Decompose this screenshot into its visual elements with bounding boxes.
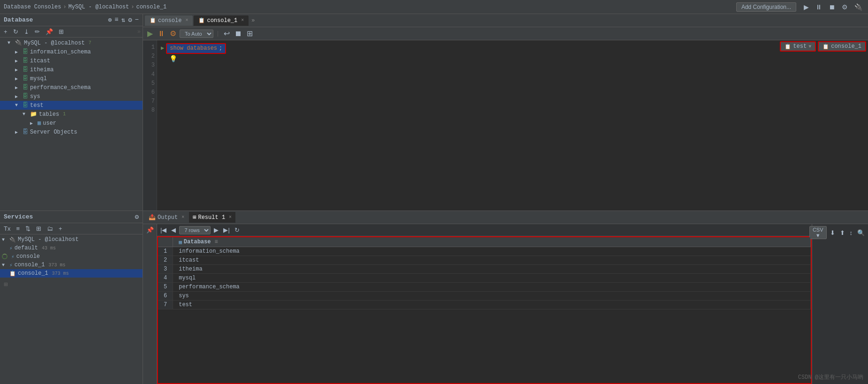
db-itheima-label: itheima <box>30 67 53 73</box>
last-page-btn[interactable]: ▶| <box>222 226 231 234</box>
run-query-button[interactable]: ▶ <box>146 29 154 38</box>
add-configuration-button[interactable]: Add Configuration... <box>736 2 796 12</box>
results-table: ▦ Database ≡ 1 information_schema 2 itca… <box>158 237 811 309</box>
export-row: CSV ▼ ⬇ ⬆ ↕ 🔍 <box>814 226 866 239</box>
pin-db-button[interactable]: 📌 <box>44 27 55 36</box>
pause-icon-top[interactable]: ⏸ <box>814 2 824 12</box>
svc-bottom-icon[interactable]: ⊞ <box>0 279 143 289</box>
db-itcast-icon: 🗄 <box>23 57 28 64</box>
refresh-results-btn[interactable]: ↻ <box>233 226 241 234</box>
upload-btn[interactable]: ⬆ <box>838 229 846 237</box>
breadcrumb-console1[interactable]: console_1 <box>136 4 166 10</box>
pin-results-btn[interactable]: 📌 <box>145 226 155 234</box>
svc-mysql-root[interactable]: ▼ 🔌 MySQL - @localhost <box>0 235 143 244</box>
top-toolbar-icons: ▶ ⏸ ⏹ ⚙ 🔌 <box>802 2 864 12</box>
output-tab-icon: 📤 <box>149 214 156 221</box>
services-tx-btn[interactable]: Tx <box>2 224 12 233</box>
session-test-tab[interactable]: 📋 test ▼ <box>780 41 816 52</box>
col-sort-icon[interactable]: ≡ <box>214 239 218 245</box>
tree-mysql-db[interactable]: ▶ 🗄 mysql <box>0 74 143 83</box>
run-icon-top[interactable]: ▶ <box>802 2 811 12</box>
breadcrumb-mysql[interactable]: MySQL - @localhost <box>68 4 129 10</box>
config-query-button[interactable]: ⚙ <box>168 29 178 38</box>
tree-performance-schema[interactable]: ▶ 🗄 performance_schema <box>0 83 143 92</box>
prev-page-btn[interactable]: ◀ <box>170 226 177 234</box>
tab-console1[interactable]: 📋 console_1 × <box>194 15 249 26</box>
zoom-btn[interactable]: 🔍 <box>856 229 866 237</box>
more-tabs-btn[interactable]: » <box>251 17 255 24</box>
tree-sys[interactable]: ▶ 🗄 sys <box>0 92 143 101</box>
stop-icon-top[interactable]: ⏹ <box>827 2 837 12</box>
output-tab[interactable]: 📤 Output × <box>145 212 188 223</box>
services-list-btn[interactable]: ≡ <box>14 224 22 233</box>
console-tab-close[interactable]: × <box>185 18 188 23</box>
services-grid-btn[interactable]: ⊞ <box>34 224 43 233</box>
folder-tables-icon: 📁 <box>30 111 37 118</box>
services-toolbar: Tx ≡ ⇅ ⊞ 🗂 + <box>0 223 143 234</box>
code-editor[interactable]: 1 2 3 4 5 6 7 8 ▶ show databases ; 💡 <box>143 40 868 211</box>
pause-exec-button[interactable]: ⏹ <box>233 30 243 38</box>
edit-db-button[interactable]: ✏ <box>33 27 42 36</box>
download-btn[interactable]: ⬇ <box>829 229 837 237</box>
next-page-btn[interactable]: ▶ <box>212 226 220 234</box>
execution-mode-dropdown[interactable]: To Auto Manual <box>180 30 213 38</box>
minus-icon[interactable]: − <box>135 16 139 24</box>
add-datasource-icon[interactable]: ⊕ <box>108 16 112 24</box>
tree-server-objects[interactable]: ▶ 🗄 Server Objects <box>0 128 143 136</box>
row-database: sys <box>173 292 811 301</box>
editor-toolbar: ▶ ⏸ ⚙ To Auto Manual | ↩ ⏹ ⊞ <box>143 27 868 40</box>
tree-itcast[interactable]: ▶ 🗄 itcast <box>0 56 143 65</box>
transfer-btn[interactable]: ↕ <box>848 229 854 237</box>
tree-mysql-root[interactable]: ▼ 🔌 MySQL - @localhost 7 <box>0 38 143 47</box>
mysql-connection-icon: 🔌 <box>15 39 22 46</box>
console1-tab-close[interactable]: × <box>241 18 244 23</box>
grid-view-button[interactable]: ⊞ <box>245 29 254 38</box>
tree-information-schema[interactable]: ▶ 🗄 information_schema <box>0 47 143 56</box>
group-icon[interactable]: ≡ <box>114 16 118 24</box>
revert-button[interactable]: ↩ <box>222 29 231 38</box>
svc-console[interactable]: ⚡ console <box>0 252 143 261</box>
svc-console1-parent[interactable]: ▼ ⚡ console_1 373 ms <box>0 261 143 269</box>
tree-itheima[interactable]: ▶ 🗄 itheima <box>0 65 143 74</box>
session-console1-tab[interactable]: 📋 console_1 <box>818 41 866 52</box>
services-settings-icon[interactable]: ⚙ <box>135 213 139 221</box>
csv-export-btn[interactable]: CSV ▼ <box>809 226 827 239</box>
svc-console1-child[interactable]: 📋 console_1 373 ms <box>0 269 143 278</box>
stop-query-button[interactable]: ⏸ <box>156 30 166 38</box>
layout-db-button[interactable]: ⊞ <box>57 27 66 36</box>
services-sort-btn[interactable]: ⇅ <box>23 224 32 233</box>
top-bar: Database Consoles › MySQL - @localhost ›… <box>0 0 868 14</box>
col-header-database[interactable]: ▦ Database ≡ <box>173 237 811 247</box>
rows-count-dropdown[interactable]: 7 rows <box>179 226 211 234</box>
tree-tables-folder[interactable]: ▼ 📁 tables 1 <box>0 110 143 119</box>
services-tree: ▼ 🔌 MySQL - @localhost ⚡ default 43 ms ⚡… <box>0 234 143 384</box>
svc-console1-child-label: console_1 <box>18 270 48 277</box>
tree-test[interactable]: ▼ 🗄 test <box>0 101 143 110</box>
disconnect-icon-top[interactable]: 🔌 <box>853 2 864 12</box>
settings-db-icon[interactable]: ⚙ <box>128 16 132 24</box>
settings-icon-top[interactable]: ⚙ <box>840 2 850 12</box>
refresh-db-button[interactable]: ↻ <box>11 27 20 36</box>
output-tab-close[interactable]: × <box>181 215 184 220</box>
line-num-5: 5 <box>145 79 155 88</box>
code-line-2: 💡 <box>161 54 864 64</box>
move-db-button[interactable]: ⤓ <box>22 27 31 36</box>
result1-tab[interactable]: ⊞ Result 1 × <box>189 212 235 223</box>
breadcrumb-db-consoles[interactable]: Database Consoles <box>4 4 61 10</box>
svc-default[interactable]: ⚡ default 43 ms <box>0 244 143 252</box>
collapse-icon[interactable]: ⇅ <box>121 16 125 24</box>
services-add-btn[interactable]: + <box>57 224 64 233</box>
db-itcast-label: itcast <box>30 58 50 64</box>
result1-tab-close[interactable]: × <box>229 215 232 220</box>
line-num-3: 3 <box>145 61 155 70</box>
first-page-btn[interactable]: |◀ <box>159 226 168 234</box>
tab-console[interactable]: 📋 console × <box>145 15 193 26</box>
expand-arrow-itheima: ▶ <box>15 67 21 73</box>
services-group-btn[interactable]: 🗂 <box>45 224 55 233</box>
console-tab-label: console <box>158 17 181 24</box>
svc-mysql-label: MySQL - @localhost <box>18 236 79 243</box>
add-db-button[interactable]: + <box>2 27 9 36</box>
tree-user-table[interactable]: ▶ ▦ user <box>0 119 143 128</box>
table-row: 6 sys <box>158 292 811 301</box>
code-content[interactable]: ▶ show databases ; 💡 <box>157 40 868 211</box>
